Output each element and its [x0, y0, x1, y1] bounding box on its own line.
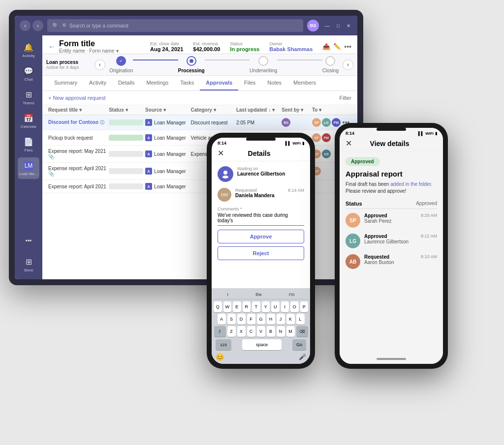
key-backspace[interactable]: ⌫: [296, 326, 308, 337]
keyboard-row-3: ⇧ Z X C V B N M ⌫: [214, 326, 308, 337]
reject-button[interactable]: Reject: [218, 246, 304, 260]
teams-sidebar: 🔔 Activity 💬 Chat ⊞ Teams 📅 Calendar 📄: [15, 35, 42, 279]
sidebar-item-teams[interactable]: ⊞ Teams: [18, 87, 39, 108]
sidebar-item-chat[interactable]: 💬 Chat: [18, 63, 39, 85]
sidebar-item-files[interactable]: 📄 Files: [18, 134, 39, 155]
close-button[interactable]: ✕: [345, 22, 352, 30]
back-arrow[interactable]: ←: [48, 43, 55, 51]
key-z[interactable]: Z: [227, 326, 236, 337]
phone-left-statusbar-right: ▌▌ WiFi ▮: [285, 141, 304, 146]
emoji-button[interactable]: 😊: [216, 353, 224, 361]
key-123[interactable]: 123: [216, 339, 231, 350]
key-d[interactable]: D: [237, 314, 246, 325]
phone-right-notch: [377, 128, 406, 131]
tab-tasks[interactable]: Tasks: [174, 76, 200, 90]
key-p[interactable]: P: [300, 301, 309, 312]
key-u[interactable]: U: [271, 301, 280, 312]
row1-to: SP LG PM: [312, 118, 343, 127]
key-j[interactable]: J: [277, 314, 285, 325]
attachment-icon2: 📎: [48, 171, 54, 177]
tab-files[interactable]: Files: [238, 76, 261, 90]
key-n[interactable]: N: [277, 326, 285, 337]
key-f[interactable]: F: [247, 314, 255, 325]
row3-title[interactable]: Expense report: May 2021 📎: [48, 148, 109, 159]
key-m[interactable]: M: [286, 326, 295, 337]
sidebar-item-loan[interactable]: LM Loan Me...: [18, 157, 39, 179]
process-next-button[interactable]: ›: [343, 59, 353, 70]
step-closing-label: Closing: [322, 68, 339, 73]
more-actions-button[interactable]: •••: [344, 43, 351, 51]
window-controls: — □ ✕: [323, 22, 352, 30]
filter-button[interactable]: Filter: [340, 95, 351, 101]
sidebar-item-calendar[interactable]: 📅 Calendar: [18, 110, 39, 132]
keyboard-bottom-row: 123 space Go: [214, 338, 308, 351]
key-s[interactable]: S: [227, 314, 236, 325]
signal-icon: ▌▌: [285, 141, 291, 146]
row5-title[interactable]: Expense report: April 2021: [48, 184, 109, 189]
key-h[interactable]: H: [267, 314, 275, 325]
key-y[interactable]: Y: [262, 301, 270, 312]
key-shift[interactable]: ⇧: [214, 326, 226, 337]
est-close-date: Est. close date Aug 24, 2021: [150, 41, 183, 52]
sort-icon-category: ▾: [214, 107, 216, 113]
nav-back-button[interactable]: ‹: [20, 20, 31, 31]
key-t[interactable]: T: [252, 301, 260, 312]
suggestion-the[interactable]: the: [255, 292, 262, 297]
form-actions: 📤 ✏️ •••: [322, 43, 351, 51]
tab-meetings[interactable]: Meetings: [141, 76, 175, 90]
key-k[interactable]: K: [286, 314, 295, 325]
sidebar-item-activity[interactable]: 🔔 Activity: [18, 39, 39, 61]
tab-summary[interactable]: Summary: [48, 76, 83, 90]
phone-left-close-button[interactable]: ✕: [218, 148, 224, 158]
sidebar-item-store[interactable]: ⊞ Store: [18, 254, 39, 275]
row1-title[interactable]: Discount for Contoso ⓘ: [48, 119, 109, 126]
minimize-button[interactable]: —: [323, 22, 332, 30]
tab-activity[interactable]: Activity: [83, 76, 112, 90]
key-a[interactable]: A: [218, 314, 226, 325]
key-c[interactable]: C: [247, 326, 255, 337]
mic-button[interactable]: 🎤: [299, 354, 306, 360]
nav-forward-button[interactable]: ›: [32, 20, 43, 31]
maximize-button[interactable]: □: [335, 22, 342, 30]
tab-details[interactable]: Details: [112, 76, 141, 90]
key-i[interactable]: I: [281, 301, 289, 312]
phone-right-header: ✕ View details: [340, 137, 443, 151]
col-status: Status ▾: [109, 107, 145, 113]
key-go[interactable]: Go: [292, 339, 306, 350]
key-x[interactable]: X: [237, 326, 246, 337]
sidebar-item-calendar-label: Calendar: [21, 124, 36, 129]
new-approval-button[interactable]: + New approval request: [48, 95, 105, 101]
approve-button[interactable]: Approve: [218, 230, 304, 243]
suggestion-im[interactable]: I'm: [289, 292, 295, 297]
key-r[interactable]: R: [243, 301, 251, 312]
source-logo3: A: [145, 150, 152, 157]
tab-notes[interactable]: Notes: [261, 76, 287, 90]
phone-right-close-button[interactable]: ✕: [346, 139, 352, 148]
search-bar[interactable]: 🔍 🔍 Search or type a command: [47, 19, 303, 32]
row5-source: A Loan Manager: [145, 183, 190, 190]
key-b[interactable]: B: [267, 326, 275, 337]
row2-title[interactable]: Pickup truck request: [48, 135, 109, 141]
source-logo2: A: [145, 134, 152, 141]
key-e[interactable]: E: [233, 301, 241, 312]
sidebar-item-more[interactable]: •••: [18, 230, 39, 252]
key-o[interactable]: O: [290, 301, 299, 312]
sort-icon-source: ▾: [163, 107, 166, 113]
row4-title[interactable]: Expense report: April 2021 📎: [48, 166, 109, 177]
status-item-2: LG Approved Laurence Gilbertson 8:12 AM: [346, 234, 437, 248]
tab-members[interactable]: Members: [287, 76, 322, 90]
key-l[interactable]: L: [296, 314, 305, 325]
tab-approvals[interactable]: Approvals: [200, 76, 238, 90]
key-space[interactable]: space: [242, 339, 282, 350]
phone-left-body: Waiting on Laurence Gilbertson DM Reques…: [212, 161, 310, 288]
table-header: Request title ▾ Status ▾ Source ▾ Catego…: [42, 105, 357, 115]
key-w[interactable]: W: [223, 301, 232, 312]
key-g[interactable]: G: [257, 314, 265, 325]
key-q[interactable]: Q: [214, 301, 222, 312]
edit-button[interactable]: ✏️: [333, 43, 341, 50]
table-row[interactable]: Discount for Contoso ⓘ A Loan Manager Di…: [42, 115, 357, 130]
process-prev-button[interactable]: ‹: [94, 59, 105, 70]
key-v[interactable]: V: [257, 326, 265, 337]
share-button[interactable]: 📤: [322, 43, 330, 50]
suggestion-i[interactable]: I: [227, 292, 229, 297]
